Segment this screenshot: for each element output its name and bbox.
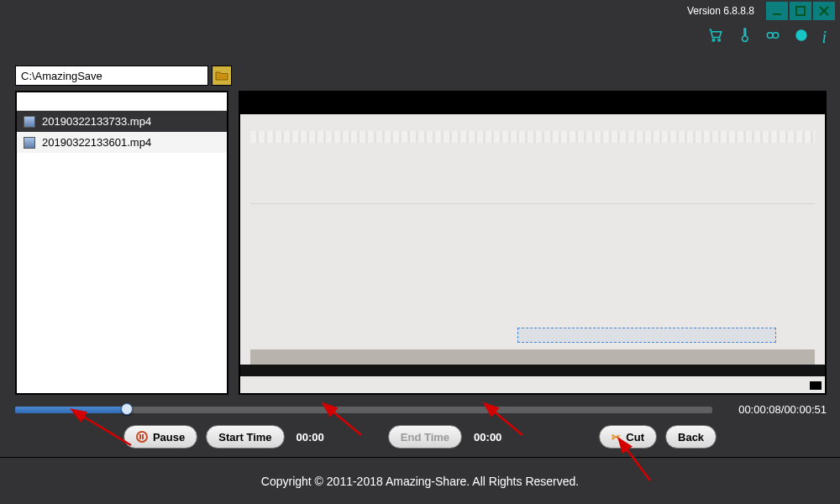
- path-input[interactable]: [15, 66, 208, 86]
- preview-ruler: [250, 131, 815, 143]
- info-icon[interactable]: i: [822, 28, 827, 47]
- preview-resize-corner: [810, 381, 822, 390]
- svg-point-6: [768, 33, 774, 39]
- svg-point-7: [773, 33, 779, 39]
- close-button[interactable]: [813, 2, 835, 20]
- seek-fill: [15, 407, 127, 413]
- pause-button[interactable]: Pause: [123, 425, 197, 449]
- video-preview: [239, 91, 827, 395]
- current-time: 00:00:08: [738, 403, 781, 416]
- browse-folder-button[interactable]: [212, 66, 232, 86]
- file-name: 20190322133733.mp4: [42, 115, 151, 128]
- controls-row: Pause Start Time 00:00 End Time 00:00 ✂ …: [0, 425, 840, 449]
- svg-point-5: [718, 39, 721, 42]
- video-file-icon: [24, 137, 35, 149]
- svg-point-8: [796, 29, 807, 40]
- path-row: [15, 66, 232, 86]
- cart-icon[interactable]: [707, 27, 724, 47]
- title-bar: Version 6.8.8.8: [0, 0, 840, 22]
- back-button[interactable]: Back: [665, 425, 717, 449]
- file-item[interactable]: 20190322133733.mp4: [17, 111, 227, 132]
- preview-taskbar: [250, 349, 815, 365]
- cut-button[interactable]: ✂ Cut: [599, 425, 657, 449]
- pause-label: Pause: [153, 431, 185, 444]
- end-time-value: 00:00: [474, 431, 501, 444]
- svg-point-4: [713, 39, 716, 42]
- copyright-text: Copyright © 2011-2018 Amazing-Share. All…: [261, 475, 579, 488]
- start-time-button[interactable]: Start Time: [206, 425, 284, 449]
- svg-rect-1: [796, 7, 805, 15]
- file-item[interactable]: 20190322133601.mp4: [17, 132, 227, 153]
- file-list-panel: 20190322133733.mp4 20190322133601.mp4: [15, 91, 228, 395]
- end-time-label: End Time: [401, 431, 449, 444]
- seek-thumb[interactable]: [121, 403, 133, 415]
- preview-titlebar: [240, 92, 825, 114]
- toolbar: i: [0, 22, 840, 52]
- maximize-button[interactable]: [790, 2, 811, 20]
- seek-slider[interactable]: [15, 407, 712, 413]
- link-icon[interactable]: [764, 27, 781, 47]
- pause-icon: [136, 431, 148, 443]
- back-label: Back: [678, 431, 704, 444]
- start-time-value: 00:00: [297, 431, 324, 444]
- scissors-icon: ✂: [612, 431, 621, 444]
- globe-icon[interactable]: [793, 27, 810, 47]
- preview-bottombar: [240, 365, 825, 376]
- preview-divider: [250, 203, 815, 204]
- thermometer-icon[interactable]: [736, 27, 753, 47]
- time-display: 00:00:08/00:00:51: [738, 403, 827, 416]
- file-list-header: [17, 92, 227, 111]
- minimize-button[interactable]: [766, 2, 788, 20]
- file-name: 20190322133601.mp4: [42, 136, 151, 149]
- cut-label: Cut: [626, 431, 644, 444]
- version-label: Version 6.8.8.8: [687, 5, 754, 17]
- total-time: 00:00:51: [784, 403, 827, 416]
- end-time-button[interactable]: End Time: [388, 425, 462, 449]
- preview-selection: [517, 328, 776, 343]
- footer: Copyright © 2011-2018 Amazing-Share. All…: [0, 457, 840, 504]
- video-file-icon: [24, 116, 35, 128]
- start-time-label: Start Time: [218, 431, 271, 444]
